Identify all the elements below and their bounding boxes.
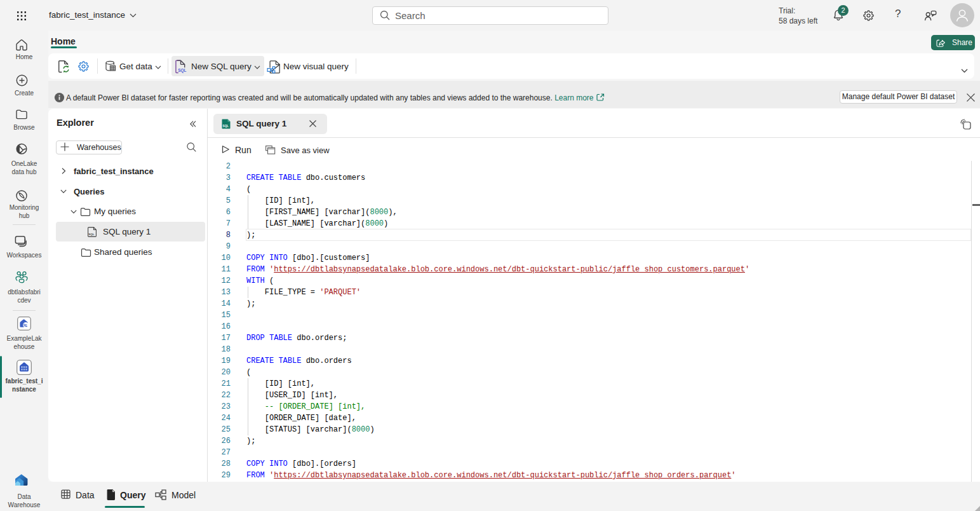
svg-text:SQL: SQL xyxy=(88,233,94,236)
svg-text:SQL: SQL xyxy=(223,125,229,128)
svg-text:SQL: SQL xyxy=(178,68,186,73)
